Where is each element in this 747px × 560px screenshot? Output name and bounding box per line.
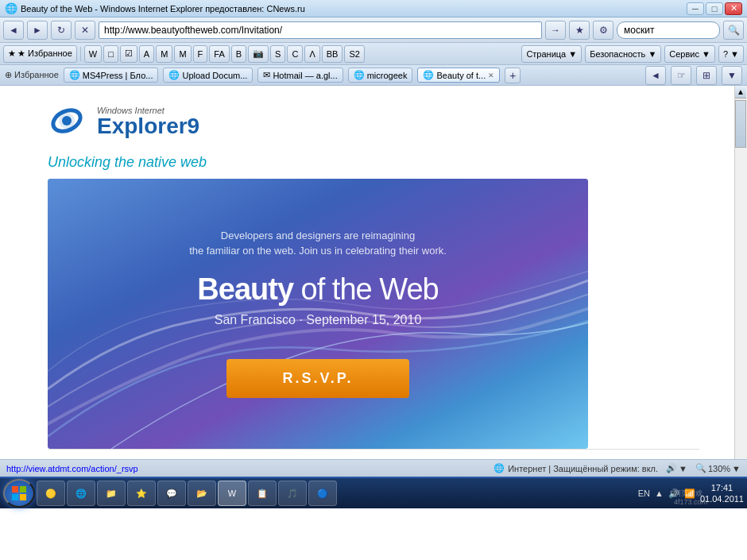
banner-date: San Francisco · September 15, 2010: [189, 313, 447, 327]
toolbar-separator: [80, 47, 81, 61]
banner: Developers and designers are reimagining…: [48, 179, 588, 449]
refresh-button[interactable]: ↻: [51, 21, 72, 40]
favorites-button[interactable]: ★: [569, 21, 590, 40]
speaker-control: 🔊 ▼: [666, 463, 687, 473]
ie9-tagline: Unlocking the native web: [48, 154, 699, 171]
toolbar-btn-m1[interactable]: M: [156, 45, 172, 63]
zone-icon: 🌐: [493, 463, 505, 473]
svg-rect-12: [12, 494, 18, 500]
taskbar-btn-docs[interactable]: 📂: [188, 481, 216, 506]
fav-item-ms4press[interactable]: 🌐 MS4Press | Бло...: [64, 68, 159, 83]
ie9-logo-text: Windows Internet Explorer9: [97, 106, 199, 137]
scroll-thumb[interactable]: [735, 100, 746, 148]
service-menu-button[interactable]: Сервис ▼: [664, 45, 715, 63]
zone-text: Интернет | Защищённый режим: вкл.: [508, 464, 658, 473]
nav-cursor[interactable]: ☞: [671, 66, 691, 85]
start-button[interactable]: [3, 479, 35, 508]
banner-subtitle2: the familiar on the web. Join us in cele…: [189, 245, 447, 257]
taskbar-btn-blue[interactable]: 🔵: [308, 481, 337, 506]
banner-content: Developers and designers are reimagining…: [189, 230, 447, 398]
address-bar: ◄ ► ↻ ✕ → ★ ⚙ 🔍: [0, 17, 747, 43]
search-button[interactable]: 🔍: [723, 21, 744, 40]
footer-hosted-label: Hosted in the cloud on: [483, 458, 518, 459]
toolbar-btn-cam[interactable]: 📷: [248, 45, 269, 63]
page-content: Windows Internet Explorer9 Unlocking the…: [0, 86, 747, 459]
speaker-icon: 🔊: [666, 463, 677, 473]
ie9-explorer-label: Explorer9: [97, 115, 199, 137]
taskbar-btn-folder[interactable]: 📁: [97, 481, 126, 506]
taskbar-btn-1[interactable]: 🟡: [37, 481, 65, 506]
page-footer: Windows | Contact Us | Terms of Use | Tr…: [48, 449, 699, 459]
search-input[interactable]: [617, 21, 720, 39]
footer-azure: Hosted in the cloud on WindowsAzure Micr…: [483, 458, 652, 459]
favorites-bar: ⊕ Избранное 🌐 MS4Press | Бло... 🌐 Upload…: [0, 65, 747, 86]
zoom-dropdown-icon: ▼: [732, 464, 741, 473]
toolbar-btn-s1[interactable]: S: [270, 45, 285, 63]
status-url: http://view.atdmt.com/action/_rsvp: [6, 464, 138, 473]
scroll-up-button[interactable]: ▲: [735, 86, 746, 98]
tools-button[interactable]: ⚙: [593, 21, 613, 40]
toolbar-btn-f1[interactable]: F: [193, 45, 208, 63]
taskbar-btn-word[interactable]: W: [218, 481, 246, 506]
toolbar-btn-box[interactable]: □: [103, 45, 118, 63]
minimize-button[interactable]: ─: [687, 2, 704, 15]
go-button[interactable]: →: [545, 21, 566, 40]
rsvp-button[interactable]: R.S.V.P.: [226, 359, 408, 398]
toolbar-btn-m2[interactable]: M: [174, 45, 191, 63]
taskbar-arrow-up: ▲: [655, 489, 664, 498]
favorites-star-button[interactable]: ★ ★ Избранное: [3, 45, 77, 63]
toolbar-btn-a[interactable]: A: [139, 45, 154, 63]
toolbar-btn-bb[interactable]: BB: [322, 45, 343, 63]
toolbar-btn-fa[interactable]: FA: [209, 45, 229, 63]
favorites-label: ⊕ Избранное: [5, 70, 59, 80]
scrollbar[interactable]: ▲ ▼: [734, 86, 747, 459]
close-button[interactable]: ✕: [725, 2, 742, 15]
fav-item-microgeek[interactable]: 🌐 microgeek: [348, 68, 413, 83]
toolbar-btn-s2[interactable]: S2: [344, 45, 364, 63]
taskbar-btn-ie[interactable]: 🌐: [67, 481, 95, 506]
title-bar-left: 🌐 Beauty of the Web - Windows Internet E…: [5, 2, 305, 14]
title-bar-controls: ─ □ ✕: [687, 2, 742, 15]
title-bar: 🌐 Beauty of the Web - Windows Internet E…: [0, 0, 747, 17]
taskbar-btn-music[interactable]: 🎵: [278, 481, 307, 506]
arrow-down: ▼: [679, 464, 687, 473]
help-menu-button[interactable]: ? ▼: [718, 45, 744, 63]
zoom-control[interactable]: 🔍 130% ▼: [695, 463, 741, 473]
new-tab-button[interactable]: +: [505, 68, 521, 83]
taskbar-btn-chat[interactable]: 💬: [157, 481, 186, 506]
status-zone: 🌐 Интернет | Защищённый режим: вкл.: [493, 463, 658, 473]
security-menu-button[interactable]: Безопасность ▼: [585, 45, 661, 63]
browser-icon: 🌐: [5, 2, 17, 14]
ie9-header: Windows Internet Explorer9: [48, 102, 699, 141]
back-button[interactable]: ◄: [3, 21, 24, 40]
stop-button[interactable]: ✕: [75, 21, 95, 40]
taskbar-btn-star[interactable]: ⭐: [127, 481, 156, 506]
watermark: 网页游戏4f173.com: [674, 489, 707, 507]
banner-subtitle1: Developers and designers are reimagining: [189, 230, 447, 241]
page-menu-button[interactable]: Страница ▼: [521, 45, 582, 63]
toolbar: ★ ★ Избранное W □ ☑ A M M F FA B 📷 S C Λ…: [0, 43, 747, 65]
fav-item-upload[interactable]: 🌐 Upload Docum...: [163, 68, 253, 83]
svg-rect-10: [12, 486, 18, 492]
nav-dropdown[interactable]: ▼: [722, 66, 742, 85]
toolbar-btn-check[interactable]: ☑: [120, 45, 137, 63]
banner-title-rest: of the Web: [293, 272, 439, 306]
nav-prev-tab[interactable]: ◄: [645, 66, 666, 85]
toolbar-btn-lambda[interactable]: Λ: [304, 45, 319, 63]
fav-item-beauty[interactable]: 🌐 Beauty of t... ✕: [417, 68, 500, 83]
taskbar-btn-clipboard[interactable]: 📋: [248, 481, 277, 506]
taskbar: 🟡 🌐 📁 ⭐ 💬 📂 W 📋 🎵 🔵 EN ▲ 🔊 📶 17:41 01.04…: [0, 477, 747, 508]
toolbar-btn-w[interactable]: W: [84, 45, 102, 63]
banner-title-bold: Beauty: [197, 272, 293, 306]
address-input[interactable]: [99, 21, 542, 39]
zoom-level: 130%: [708, 464, 730, 473]
nav-grid[interactable]: ⊞: [696, 66, 717, 85]
svg-point-2: [62, 116, 72, 126]
banner-title: Beauty of the Web: [189, 272, 447, 307]
browser-content: ▲ ▼ Windows Internet Explorer9 U: [0, 86, 747, 459]
toolbar-btn-b1[interactable]: B: [231, 45, 246, 63]
maximize-button[interactable]: □: [706, 2, 723, 15]
forward-button[interactable]: ►: [27, 21, 48, 40]
toolbar-btn-c1[interactable]: C: [287, 45, 303, 63]
fav-item-hotmail[interactable]: ✉ Hotmail — a.gl...: [257, 68, 343, 83]
